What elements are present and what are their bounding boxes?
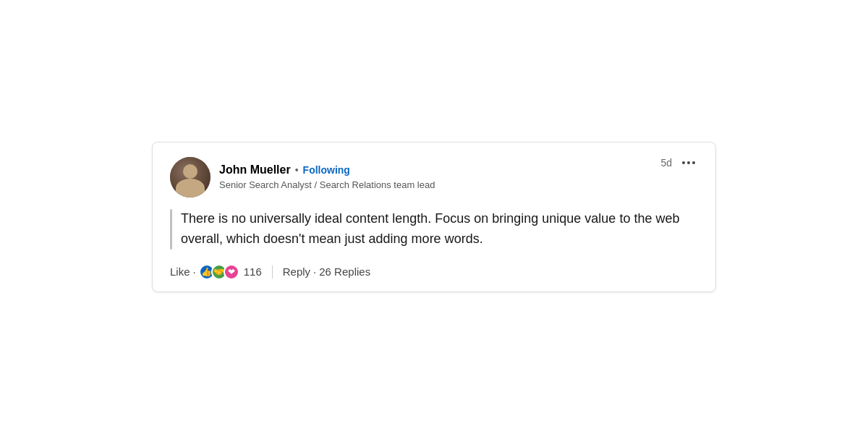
- reaction-icons: 👍 🤝 ❤: [199, 264, 239, 280]
- action-dot1: ·: [193, 265, 196, 278]
- post-body-wrapper: There is no universally ideal content le…: [170, 209, 698, 250]
- post-content: There is no universally ideal content le…: [181, 209, 698, 250]
- post-header-right: 5d: [660, 157, 698, 169]
- dot1: [682, 161, 685, 164]
- like-label: Like: [170, 265, 190, 278]
- author-name[interactable]: John Mueller: [219, 163, 291, 178]
- like-button[interactable]: Like: [170, 265, 190, 278]
- reply-label: Reply: [283, 265, 310, 278]
- post-timestamp: 5d: [660, 157, 672, 169]
- replies-count: 26 Replies: [319, 265, 370, 278]
- avatar[interactable]: [170, 157, 210, 197]
- post-header: John Mueller • Following Senior Search A…: [170, 157, 698, 197]
- post-header-left: John Mueller • Following Senior Search A…: [170, 157, 435, 197]
- post-card: John Mueller • Following Senior Search A…: [152, 142, 716, 292]
- author-title: Senior Search Analyst / Search Relations…: [219, 179, 435, 192]
- more-options-button[interactable]: [679, 158, 698, 167]
- action-dot2: ·: [313, 265, 316, 278]
- dot3: [692, 161, 695, 164]
- reply-button[interactable]: Reply: [283, 265, 310, 278]
- author-info: John Mueller • Following Senior Search A…: [219, 163, 435, 192]
- dot-separator: •: [295, 164, 299, 176]
- post-divider: [170, 209, 172, 250]
- author-name-row: John Mueller • Following: [219, 163, 435, 178]
- post-actions: Like · 👍 🤝 ❤ 116 Reply · 26 Replies: [170, 264, 698, 280]
- following-label[interactable]: Following: [303, 164, 350, 176]
- reaction-count: 116: [244, 265, 262, 278]
- action-divider: [272, 265, 273, 278]
- love-reaction-icon: ❤: [224, 264, 239, 280]
- dot2: [687, 161, 690, 164]
